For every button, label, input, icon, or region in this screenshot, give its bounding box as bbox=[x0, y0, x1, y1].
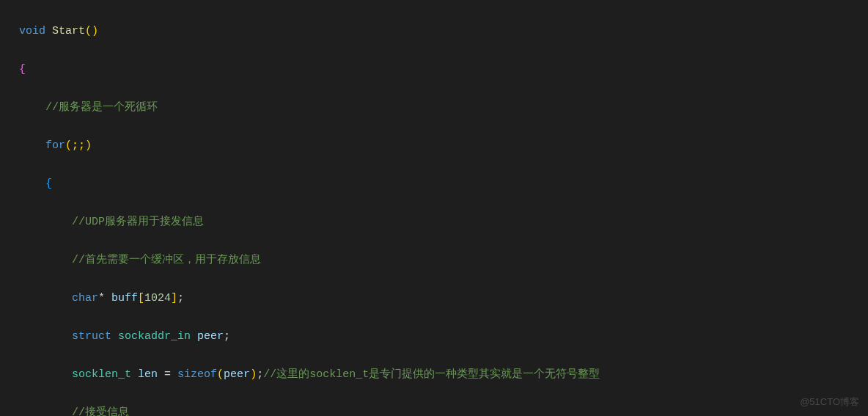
code-line: void Start() bbox=[19, 22, 868, 41]
code-line: for(;;) bbox=[19, 136, 868, 156]
code-editor[interactable]: void Start() { //服务器是一个死循环 for(;;) { //U… bbox=[0, 0, 868, 416]
code-line: //首先需要一个缓冲区，用于存放信息 bbox=[19, 251, 868, 270]
code-line: struct sockaddr_in peer; bbox=[19, 327, 868, 346]
code-line: //服务器是一个死循环 bbox=[19, 98, 868, 117]
code-line: char* buff[1024]; bbox=[19, 289, 868, 308]
code-line: //接受信息 bbox=[19, 404, 868, 416]
code-line: socklen_t len = sizeof(peer);//这里的sockle… bbox=[19, 365, 868, 384]
code-line: { bbox=[19, 175, 868, 194]
code-line: //UDP服务器用于接发信息 bbox=[19, 213, 868, 232]
code-line: { bbox=[19, 60, 868, 79]
watermark: @51CTO博客 bbox=[800, 393, 859, 412]
